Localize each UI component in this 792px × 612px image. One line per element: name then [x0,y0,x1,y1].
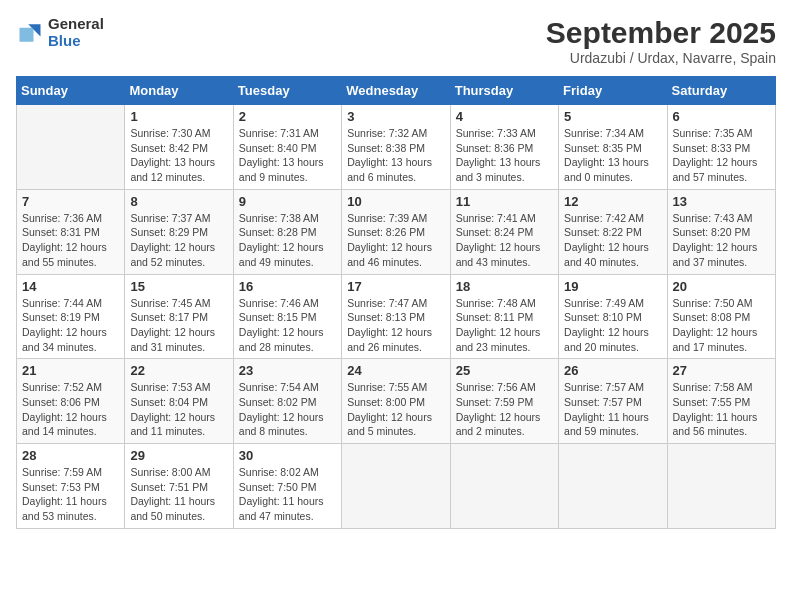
day-number: 2 [239,109,336,124]
day-number: 25 [456,363,553,378]
day-cell: 18Sunrise: 7:48 AM Sunset: 8:11 PM Dayli… [450,274,558,359]
page-header: General Blue September 2025 Urdazubi / U… [16,16,776,66]
day-cell: 6Sunrise: 7:35 AM Sunset: 8:33 PM Daylig… [667,105,775,190]
day-cell: 26Sunrise: 7:57 AM Sunset: 7:57 PM Dayli… [559,359,667,444]
location: Urdazubi / Urdax, Navarre, Spain [546,50,776,66]
day-number: 9 [239,194,336,209]
day-cell: 4Sunrise: 7:33 AM Sunset: 8:36 PM Daylig… [450,105,558,190]
day-cell: 17Sunrise: 7:47 AM Sunset: 8:13 PM Dayli… [342,274,450,359]
day-number: 10 [347,194,444,209]
day-cell [667,444,775,529]
column-header-thursday: Thursday [450,77,558,105]
day-cell: 16Sunrise: 7:46 AM Sunset: 8:15 PM Dayli… [233,274,341,359]
day-info: Sunrise: 7:55 AM Sunset: 8:00 PM Dayligh… [347,380,444,439]
day-cell: 9Sunrise: 7:38 AM Sunset: 8:28 PM Daylig… [233,189,341,274]
day-cell: 13Sunrise: 7:43 AM Sunset: 8:20 PM Dayli… [667,189,775,274]
day-cell: 29Sunrise: 8:00 AM Sunset: 7:51 PM Dayli… [125,444,233,529]
day-info: Sunrise: 7:43 AM Sunset: 8:20 PM Dayligh… [673,211,770,270]
week-row-3: 14Sunrise: 7:44 AM Sunset: 8:19 PM Dayli… [17,274,776,359]
day-info: Sunrise: 7:41 AM Sunset: 8:24 PM Dayligh… [456,211,553,270]
day-number: 20 [673,279,770,294]
day-number: 11 [456,194,553,209]
day-info: Sunrise: 7:39 AM Sunset: 8:26 PM Dayligh… [347,211,444,270]
day-number: 29 [130,448,227,463]
day-cell: 22Sunrise: 7:53 AM Sunset: 8:04 PM Dayli… [125,359,233,444]
day-cell: 28Sunrise: 7:59 AM Sunset: 7:53 PM Dayli… [17,444,125,529]
day-number: 19 [564,279,661,294]
day-cell: 20Sunrise: 7:50 AM Sunset: 8:08 PM Dayli… [667,274,775,359]
day-number: 6 [673,109,770,124]
day-info: Sunrise: 7:35 AM Sunset: 8:33 PM Dayligh… [673,126,770,185]
day-cell: 15Sunrise: 7:45 AM Sunset: 8:17 PM Dayli… [125,274,233,359]
day-cell [342,444,450,529]
day-info: Sunrise: 7:36 AM Sunset: 8:31 PM Dayligh… [22,211,119,270]
day-cell: 24Sunrise: 7:55 AM Sunset: 8:00 PM Dayli… [342,359,450,444]
day-cell: 8Sunrise: 7:37 AM Sunset: 8:29 PM Daylig… [125,189,233,274]
day-cell: 14Sunrise: 7:44 AM Sunset: 8:19 PM Dayli… [17,274,125,359]
day-info: Sunrise: 7:54 AM Sunset: 8:02 PM Dayligh… [239,380,336,439]
day-info: Sunrise: 7:57 AM Sunset: 7:57 PM Dayligh… [564,380,661,439]
day-cell: 7Sunrise: 7:36 AM Sunset: 8:31 PM Daylig… [17,189,125,274]
day-number: 15 [130,279,227,294]
day-cell [450,444,558,529]
day-info: Sunrise: 7:56 AM Sunset: 7:59 PM Dayligh… [456,380,553,439]
logo: General Blue [16,16,104,49]
day-info: Sunrise: 7:58 AM Sunset: 7:55 PM Dayligh… [673,380,770,439]
day-cell: 27Sunrise: 7:58 AM Sunset: 7:55 PM Dayli… [667,359,775,444]
day-info: Sunrise: 7:37 AM Sunset: 8:29 PM Dayligh… [130,211,227,270]
logo-icon [16,19,44,47]
day-info: Sunrise: 7:48 AM Sunset: 8:11 PM Dayligh… [456,296,553,355]
day-cell: 11Sunrise: 7:41 AM Sunset: 8:24 PM Dayli… [450,189,558,274]
day-number: 4 [456,109,553,124]
day-cell: 25Sunrise: 7:56 AM Sunset: 7:59 PM Dayli… [450,359,558,444]
week-row-1: 1Sunrise: 7:30 AM Sunset: 8:42 PM Daylig… [17,105,776,190]
day-number: 17 [347,279,444,294]
day-info: Sunrise: 7:47 AM Sunset: 8:13 PM Dayligh… [347,296,444,355]
day-number: 14 [22,279,119,294]
logo-general: General [48,16,104,33]
day-info: Sunrise: 7:38 AM Sunset: 8:28 PM Dayligh… [239,211,336,270]
day-info: Sunrise: 7:59 AM Sunset: 7:53 PM Dayligh… [22,465,119,524]
day-cell: 10Sunrise: 7:39 AM Sunset: 8:26 PM Dayli… [342,189,450,274]
day-cell: 2Sunrise: 7:31 AM Sunset: 8:40 PM Daylig… [233,105,341,190]
month-title: September 2025 [546,16,776,50]
day-info: Sunrise: 7:46 AM Sunset: 8:15 PM Dayligh… [239,296,336,355]
day-number: 23 [239,363,336,378]
day-number: 27 [673,363,770,378]
day-cell: 23Sunrise: 7:54 AM Sunset: 8:02 PM Dayli… [233,359,341,444]
day-cell: 1Sunrise: 7:30 AM Sunset: 8:42 PM Daylig… [125,105,233,190]
logo-text: General Blue [48,16,104,49]
day-info: Sunrise: 7:33 AM Sunset: 8:36 PM Dayligh… [456,126,553,185]
day-number: 3 [347,109,444,124]
day-info: Sunrise: 7:50 AM Sunset: 8:08 PM Dayligh… [673,296,770,355]
header-row: SundayMondayTuesdayWednesdayThursdayFrid… [17,77,776,105]
day-cell: 5Sunrise: 7:34 AM Sunset: 8:35 PM Daylig… [559,105,667,190]
day-number: 22 [130,363,227,378]
column-header-sunday: Sunday [17,77,125,105]
day-cell: 30Sunrise: 8:02 AM Sunset: 7:50 PM Dayli… [233,444,341,529]
day-info: Sunrise: 7:53 AM Sunset: 8:04 PM Dayligh… [130,380,227,439]
column-header-wednesday: Wednesday [342,77,450,105]
day-number: 26 [564,363,661,378]
title-block: September 2025 Urdazubi / Urdax, Navarre… [546,16,776,66]
day-cell: 3Sunrise: 7:32 AM Sunset: 8:38 PM Daylig… [342,105,450,190]
column-header-friday: Friday [559,77,667,105]
day-number: 13 [673,194,770,209]
day-cell: 12Sunrise: 7:42 AM Sunset: 8:22 PM Dayli… [559,189,667,274]
day-info: Sunrise: 7:44 AM Sunset: 8:19 PM Dayligh… [22,296,119,355]
column-header-tuesday: Tuesday [233,77,341,105]
day-info: Sunrise: 7:42 AM Sunset: 8:22 PM Dayligh… [564,211,661,270]
day-number: 18 [456,279,553,294]
logo-blue: Blue [48,33,104,50]
day-cell: 19Sunrise: 7:49 AM Sunset: 8:10 PM Dayli… [559,274,667,359]
day-info: Sunrise: 8:02 AM Sunset: 7:50 PM Dayligh… [239,465,336,524]
day-number: 12 [564,194,661,209]
day-number: 7 [22,194,119,209]
day-number: 8 [130,194,227,209]
day-info: Sunrise: 7:30 AM Sunset: 8:42 PM Dayligh… [130,126,227,185]
day-info: Sunrise: 7:34 AM Sunset: 8:35 PM Dayligh… [564,126,661,185]
day-number: 21 [22,363,119,378]
svg-marker-2 [20,27,34,41]
day-info: Sunrise: 7:45 AM Sunset: 8:17 PM Dayligh… [130,296,227,355]
day-cell: 21Sunrise: 7:52 AM Sunset: 8:06 PM Dayli… [17,359,125,444]
